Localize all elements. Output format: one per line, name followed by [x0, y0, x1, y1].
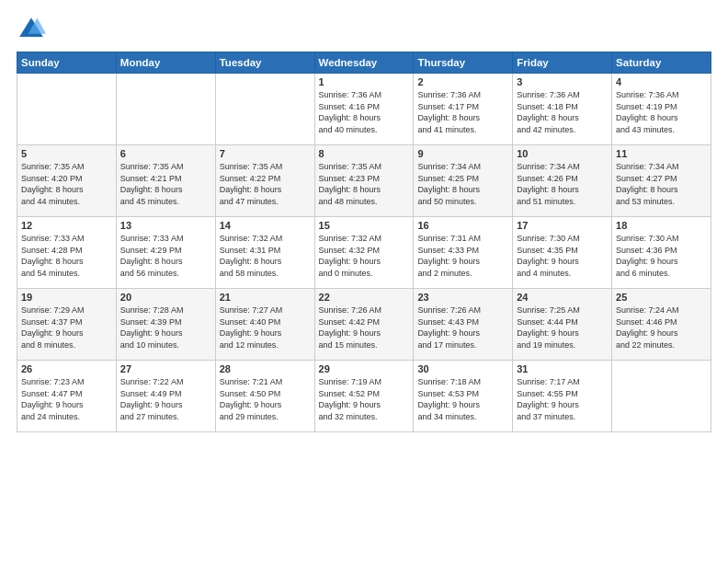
day-number: 1: [319, 76, 410, 87]
calendar-cell: 18Sunrise: 7:30 AM Sunset: 4:36 PM Dayli…: [612, 217, 711, 289]
day-number: 9: [417, 148, 508, 159]
day-info: Sunrise: 7:36 AM Sunset: 4:19 PM Dayligh…: [616, 89, 707, 135]
calendar-cell: [17, 74, 117, 145]
logo-icon: [17, 15, 46, 44]
day-number: 5: [21, 148, 112, 159]
day-info: Sunrise: 7:19 AM Sunset: 4:52 PM Dayligh…: [319, 376, 410, 422]
day-number: 29: [319, 363, 410, 374]
calendar-cell: [215, 74, 314, 145]
calendar-week-row: 19Sunrise: 7:29 AM Sunset: 4:37 PM Dayli…: [17, 289, 711, 361]
calendar-cell: 22Sunrise: 7:26 AM Sunset: 4:42 PM Dayli…: [314, 289, 414, 361]
calendar-cell: 25Sunrise: 7:24 AM Sunset: 4:46 PM Dayli…: [612, 289, 711, 361]
day-number: 7: [220, 148, 311, 159]
calendar-cell: 10Sunrise: 7:34 AM Sunset: 4:26 PM Dayli…: [513, 145, 612, 217]
day-info: Sunrise: 7:35 AM Sunset: 4:23 PM Dayligh…: [319, 161, 410, 207]
day-number: 17: [517, 220, 608, 231]
day-info: Sunrise: 7:22 AM Sunset: 4:49 PM Dayligh…: [120, 376, 211, 422]
day-number: 10: [517, 148, 608, 159]
calendar-cell: 17Sunrise: 7:30 AM Sunset: 4:35 PM Dayli…: [513, 217, 612, 289]
page: SundayMondayTuesdayWednesdayThursdayFrid…: [0, 0, 728, 563]
calendar-cell: [612, 361, 711, 432]
calendar-cell: 8Sunrise: 7:35 AM Sunset: 4:23 PM Daylig…: [314, 145, 414, 217]
calendar-cell: 23Sunrise: 7:26 AM Sunset: 4:43 PM Dayli…: [414, 289, 513, 361]
day-info: Sunrise: 7:36 AM Sunset: 4:18 PM Dayligh…: [517, 89, 608, 135]
calendar-cell: 12Sunrise: 7:33 AM Sunset: 4:28 PM Dayli…: [17, 217, 117, 289]
day-info: Sunrise: 7:27 AM Sunset: 4:40 PM Dayligh…: [220, 304, 311, 350]
calendar-cell: 24Sunrise: 7:25 AM Sunset: 4:44 PM Dayli…: [513, 289, 612, 361]
weekday-header-monday: Monday: [116, 52, 215, 74]
logo: [17, 15, 50, 44]
calendar-cell: 9Sunrise: 7:34 AM Sunset: 4:25 PM Daylig…: [414, 145, 513, 217]
calendar-cell: 2Sunrise: 7:36 AM Sunset: 4:17 PM Daylig…: [414, 74, 513, 145]
day-info: Sunrise: 7:33 AM Sunset: 4:29 PM Dayligh…: [120, 233, 211, 279]
day-number: 26: [21, 363, 112, 374]
day-info: Sunrise: 7:30 AM Sunset: 4:35 PM Dayligh…: [517, 233, 608, 279]
day-number: 12: [21, 220, 112, 231]
calendar-cell: 3Sunrise: 7:36 AM Sunset: 4:18 PM Daylig…: [513, 74, 612, 145]
calendar-week-row: 5Sunrise: 7:35 AM Sunset: 4:20 PM Daylig…: [17, 145, 711, 217]
day-info: Sunrise: 7:35 AM Sunset: 4:21 PM Dayligh…: [120, 161, 211, 207]
calendar-cell: 4Sunrise: 7:36 AM Sunset: 4:19 PM Daylig…: [612, 74, 711, 145]
weekday-header-thursday: Thursday: [414, 52, 513, 74]
day-number: 14: [220, 220, 311, 231]
day-info: Sunrise: 7:32 AM Sunset: 4:31 PM Dayligh…: [220, 233, 311, 279]
day-number: 6: [120, 148, 211, 159]
day-info: Sunrise: 7:25 AM Sunset: 4:44 PM Dayligh…: [517, 304, 608, 350]
day-info: Sunrise: 7:34 AM Sunset: 4:27 PM Dayligh…: [616, 161, 707, 207]
calendar-cell: 6Sunrise: 7:35 AM Sunset: 4:21 PM Daylig…: [116, 145, 215, 217]
calendar-cell: 16Sunrise: 7:31 AM Sunset: 4:33 PM Dayli…: [414, 217, 513, 289]
calendar-cell: 29Sunrise: 7:19 AM Sunset: 4:52 PM Dayli…: [314, 361, 414, 432]
day-info: Sunrise: 7:21 AM Sunset: 4:50 PM Dayligh…: [220, 376, 311, 422]
day-number: 25: [616, 292, 707, 303]
weekday-header-row: SundayMondayTuesdayWednesdayThursdayFrid…: [17, 52, 711, 74]
calendar-week-row: 12Sunrise: 7:33 AM Sunset: 4:28 PM Dayli…: [17, 217, 711, 289]
day-info: Sunrise: 7:26 AM Sunset: 4:43 PM Dayligh…: [417, 304, 508, 350]
weekday-header-wednesday: Wednesday: [314, 52, 414, 74]
calendar-cell: 26Sunrise: 7:23 AM Sunset: 4:47 PM Dayli…: [17, 361, 117, 432]
calendar-cell: 1Sunrise: 7:36 AM Sunset: 4:16 PM Daylig…: [314, 74, 414, 145]
weekday-header-sunday: Sunday: [17, 52, 117, 74]
day-info: Sunrise: 7:23 AM Sunset: 4:47 PM Dayligh…: [21, 376, 112, 422]
day-number: 13: [120, 220, 211, 231]
calendar-cell: 7Sunrise: 7:35 AM Sunset: 4:22 PM Daylig…: [215, 145, 314, 217]
calendar-cell: 20Sunrise: 7:28 AM Sunset: 4:39 PM Dayli…: [116, 289, 215, 361]
day-number: 24: [517, 292, 608, 303]
day-number: 19: [21, 292, 112, 303]
calendar-week-row: 26Sunrise: 7:23 AM Sunset: 4:47 PM Dayli…: [17, 361, 711, 432]
calendar-week-row: 1Sunrise: 7:36 AM Sunset: 4:16 PM Daylig…: [17, 74, 711, 145]
day-info: Sunrise: 7:36 AM Sunset: 4:17 PM Dayligh…: [417, 89, 508, 135]
calendar-cell: 13Sunrise: 7:33 AM Sunset: 4:29 PM Dayli…: [116, 217, 215, 289]
weekday-header-friday: Friday: [513, 52, 612, 74]
calendar-cell: [116, 74, 215, 145]
day-info: Sunrise: 7:29 AM Sunset: 4:37 PM Dayligh…: [21, 304, 112, 350]
calendar-cell: 21Sunrise: 7:27 AM Sunset: 4:40 PM Dayli…: [215, 289, 314, 361]
calendar-table: SundayMondayTuesdayWednesdayThursdayFrid…: [17, 52, 711, 432]
day-info: Sunrise: 7:26 AM Sunset: 4:42 PM Dayligh…: [319, 304, 410, 350]
calendar-cell: 15Sunrise: 7:32 AM Sunset: 4:32 PM Dayli…: [314, 217, 414, 289]
day-number: 28: [220, 363, 311, 374]
day-number: 23: [417, 292, 508, 303]
day-number: 21: [220, 292, 311, 303]
day-number: 3: [517, 76, 608, 87]
day-number: 4: [616, 76, 707, 87]
calendar-cell: 28Sunrise: 7:21 AM Sunset: 4:50 PM Dayli…: [215, 361, 314, 432]
calendar-cell: 19Sunrise: 7:29 AM Sunset: 4:37 PM Dayli…: [17, 289, 117, 361]
day-number: 27: [120, 363, 211, 374]
day-number: 16: [417, 220, 508, 231]
calendar-cell: 14Sunrise: 7:32 AM Sunset: 4:31 PM Dayli…: [215, 217, 314, 289]
day-number: 30: [417, 363, 508, 374]
day-info: Sunrise: 7:35 AM Sunset: 4:20 PM Dayligh…: [21, 161, 112, 207]
day-number: 18: [616, 220, 707, 231]
weekday-header-saturday: Saturday: [612, 52, 711, 74]
day-number: 2: [417, 76, 508, 87]
calendar-cell: 5Sunrise: 7:35 AM Sunset: 4:20 PM Daylig…: [17, 145, 117, 217]
calendar-cell: 31Sunrise: 7:17 AM Sunset: 4:55 PM Dayli…: [513, 361, 612, 432]
day-info: Sunrise: 7:24 AM Sunset: 4:46 PM Dayligh…: [616, 304, 707, 350]
calendar-cell: 27Sunrise: 7:22 AM Sunset: 4:49 PM Dayli…: [116, 361, 215, 432]
day-info: Sunrise: 7:17 AM Sunset: 4:55 PM Dayligh…: [517, 376, 608, 422]
calendar-cell: 11Sunrise: 7:34 AM Sunset: 4:27 PM Dayli…: [612, 145, 711, 217]
day-number: 22: [319, 292, 410, 303]
day-number: 20: [120, 292, 211, 303]
day-info: Sunrise: 7:18 AM Sunset: 4:53 PM Dayligh…: [417, 376, 508, 422]
day-number: 31: [517, 363, 608, 374]
